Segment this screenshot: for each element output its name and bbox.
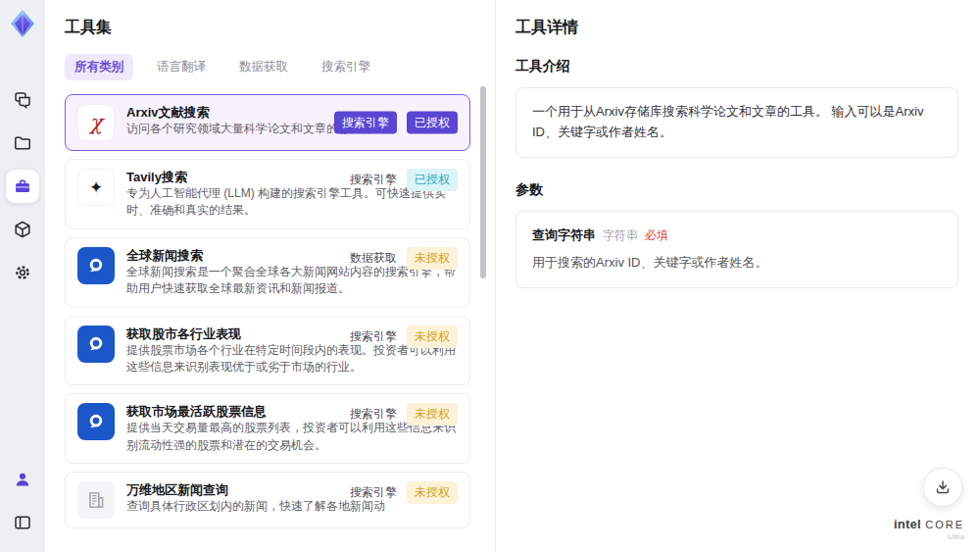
user-icon: [13, 470, 32, 489]
region-news-icon: [77, 481, 115, 519]
sidebar-item-toolbox[interactable]: [6, 170, 39, 203]
folder-icon: [13, 133, 32, 153]
category-badge: 搜索引擎: [350, 403, 397, 426]
tool-card-arxiv[interactable]: χ Arxiv文献搜索 访问各个研究领域大量科学论文和文章的存储库。 搜索引擎 …: [65, 94, 470, 151]
auth-status-badge: 已授权: [407, 169, 458, 191]
category-badge: 搜索引擎: [334, 112, 397, 134]
auth-status-badge: 未授权: [407, 326, 458, 348]
tool-details-panel: 工具详情 工具介绍 一个用于从Arxiv存储库搜索科学论文和文章的工具。 输入可…: [495, 0, 980, 552]
sidebar-item-chat[interactable]: [6, 83, 39, 117]
brand-tier-label: Ultra: [894, 533, 964, 542]
cube-icon: [13, 220, 32, 239]
auth-status-badge: 未授权: [407, 481, 458, 504]
news-search-icon: [77, 247, 115, 284]
toolbox-icon: [13, 176, 32, 196]
arxiv-icon: χ: [77, 104, 115, 141]
auth-status-badge: 未授权: [407, 403, 458, 426]
tool-list: χ Arxiv文献搜索 访问各个研究领域大量科学论文和文章的存储库。 搜索引擎 …: [65, 94, 470, 528]
intel-core-watermark: intel CORE Ultra: [894, 515, 964, 542]
sidebar-item-packages[interactable]: [6, 213, 39, 246]
tool-card-active-stocks[interactable]: 获取市场最活跃股票信息 提供当天交易量最高的股票列表，投资者可以利用这些信息来识…: [65, 393, 470, 464]
list-scrollbar-thumb[interactable]: [480, 86, 486, 278]
tavily-star-icon: ✦: [77, 169, 115, 206]
tool-card-tavily[interactable]: ✦ Tavily搜索 专为人工智能代理 (LLM) 构建的搜索引擎工具。可快速提…: [65, 159, 470, 229]
tab-data-fetch[interactable]: 数据获取: [229, 54, 298, 80]
params-heading: 参数: [515, 181, 958, 199]
category-badge: 搜索引擎: [350, 326, 397, 348]
category-badge: 搜索引擎: [350, 481, 397, 504]
brand-intel-label: intel: [894, 517, 921, 531]
category-badge: 数据获取: [350, 247, 397, 270]
download-icon: [934, 478, 952, 496]
app-logo-gem-icon[interactable]: [7, 8, 38, 39]
intro-heading: 工具介绍: [515, 58, 958, 75]
param-required-label: 必填: [645, 226, 668, 245]
active-stock-icon: [77, 403, 115, 440]
sidebar-item-settings[interactable]: [6, 256, 39, 289]
category-tabs: 所有类别 语言翻译 数据获取 搜索引擎: [65, 54, 471, 80]
intro-box: 一个用于从Arxiv存储库搜索科学论文和文章的工具。 输入可以是Arxiv ID…: [515, 87, 958, 158]
tab-language-translation[interactable]: 语言翻译: [147, 54, 216, 80]
panel-toggle-icon: [13, 513, 32, 532]
tool-card-region-news[interactable]: 万维地区新闻查询 查询具体行政区划内的新闻，快速了解各地新闻动 搜索引擎 未授权: [65, 472, 470, 528]
tab-search-engine[interactable]: 搜索引擎: [312, 54, 380, 80]
stock-sector-icon: [77, 326, 115, 363]
chat-icon: [13, 90, 32, 110]
param-type: 字符串: [603, 226, 638, 245]
sidebar-rail: [0, 0, 45, 552]
param-desc: 用于搜索的Arxiv ID、关键字或作者姓名。: [532, 253, 942, 274]
download-button[interactable]: [923, 468, 962, 507]
param-box: 查询字符串 字符串 必填 用于搜索的Arxiv ID、关键字或作者姓名。: [515, 211, 958, 289]
tab-all-categories[interactable]: 所有类别: [65, 54, 133, 80]
auth-status-badge: 已授权: [407, 112, 458, 134]
settings-icon: [13, 263, 32, 282]
category-badge: 搜索引擎: [350, 169, 397, 191]
auth-status-badge: 未授权: [407, 247, 458, 270]
brand-core-label: CORE: [925, 519, 964, 530]
details-title: 工具详情: [515, 18, 958, 38]
tool-card-stock-sectors[interactable]: 获取股市各行业表现 提供股票市场各个行业在特定时间段内的表现。投资者可以利用这些…: [65, 316, 470, 386]
tool-card-global-news[interactable]: 全球新闻搜索 全球新闻搜索是一个聚合全球各大新闻网站内容的搜索引擎，帮助用户快速…: [65, 237, 470, 308]
page-title: 工具集: [65, 18, 471, 38]
tools-panel: 工具集 所有类别 语言翻译 数据获取 搜索引擎 χ Arxiv文献搜索 访问各个…: [45, 0, 495, 552]
sidebar-item-files[interactable]: [6, 126, 39, 160]
sidebar-item-account[interactable]: [6, 463, 39, 496]
param-name: 查询字符串: [532, 226, 596, 246]
sidebar-item-panel-toggle[interactable]: [6, 506, 39, 539]
